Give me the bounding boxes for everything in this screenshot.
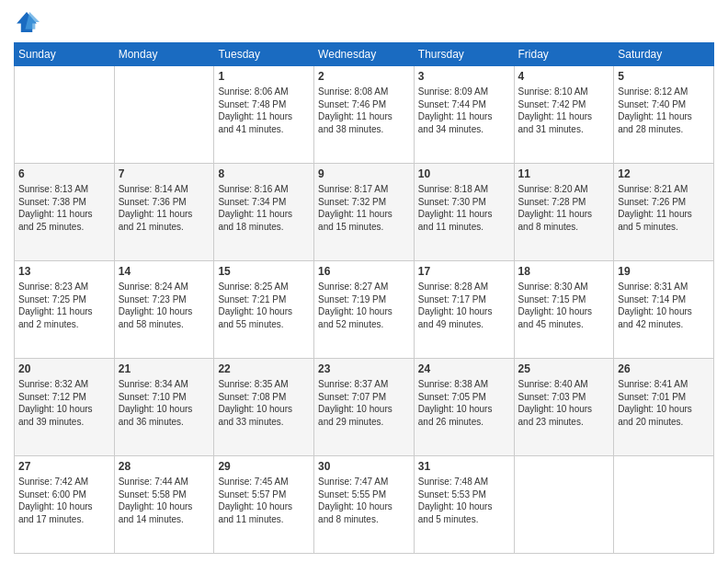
day-number: 19 <box>618 264 710 279</box>
day-number: 13 <box>18 264 110 279</box>
sunrise-text: Sunrise: 8:14 AM <box>119 184 188 194</box>
day-number: 30 <box>318 459 410 474</box>
sunset-text: Sunset: 7:19 PM <box>318 294 386 304</box>
logo <box>14 9 43 35</box>
day-number: 27 <box>18 459 110 474</box>
sunrise-text: Sunrise: 7:48 AM <box>418 477 488 487</box>
sunset-text: Sunset: 6:00 PM <box>18 489 86 500</box>
header <box>14 9 714 35</box>
sunset-text: Sunset: 7:03 PM <box>518 392 586 402</box>
sunrise-text: Sunrise: 8:40 AM <box>518 379 588 389</box>
calendar-cell: 20Sunrise: 8:32 AMSunset: 7:12 PMDayligh… <box>15 359 115 456</box>
sunset-text: Sunset: 7:10 PM <box>119 392 187 402</box>
sunrise-text: Sunrise: 8:27 AM <box>318 282 388 292</box>
calendar-cell: 14Sunrise: 8:24 AMSunset: 7:23 PMDayligh… <box>114 261 214 359</box>
day-number: 1 <box>218 69 310 84</box>
day-number: 22 <box>218 362 310 376</box>
sunrise-text: Sunrise: 7:44 AM <box>119 477 188 487</box>
sunrise-text: Sunrise: 8:10 AM <box>518 86 588 97</box>
daylight-text: Daylight: 10 hours and 45 minutes. <box>518 306 593 329</box>
sunrise-text: Sunrise: 8:21 AM <box>618 184 688 194</box>
day-number: 3 <box>418 69 510 84</box>
calendar-week-row: 13Sunrise: 8:23 AMSunset: 7:25 PMDayligh… <box>15 261 714 359</box>
calendar-cell: 9Sunrise: 8:17 AMSunset: 7:32 PMDaylight… <box>314 164 415 261</box>
sunset-text: Sunset: 7:28 PM <box>518 197 586 207</box>
sunrise-text: Sunrise: 8:35 AM <box>218 379 288 389</box>
daylight-text: Daylight: 10 hours and 26 minutes. <box>418 404 493 427</box>
sunrise-text: Sunrise: 8:12 AM <box>618 86 688 97</box>
day-number: 18 <box>518 264 610 279</box>
sunrise-text: Sunrise: 8:08 AM <box>318 86 388 97</box>
daylight-text: Daylight: 10 hours and 52 minutes. <box>318 306 392 329</box>
calendar-cell: 17Sunrise: 8:28 AMSunset: 7:17 PMDayligh… <box>414 261 514 359</box>
day-number: 6 <box>18 167 110 181</box>
calendar-cell: 23Sunrise: 8:37 AMSunset: 7:07 PMDayligh… <box>314 359 415 456</box>
sunset-text: Sunset: 7:21 PM <box>218 294 286 304</box>
calendar-week-row: 6Sunrise: 8:13 AMSunset: 7:38 PMDaylight… <box>15 164 714 261</box>
day-header-monday: Monday <box>114 43 214 66</box>
day-number: 9 <box>318 167 410 181</box>
calendar-cell: 15Sunrise: 8:25 AMSunset: 7:21 PMDayligh… <box>214 261 314 359</box>
calendar-cell: 28Sunrise: 7:44 AMSunset: 5:58 PMDayligh… <box>114 456 214 554</box>
daylight-text: Daylight: 11 hours and 8 minutes. <box>518 209 593 232</box>
sunrise-text: Sunrise: 8:09 AM <box>418 86 488 97</box>
sunrise-text: Sunrise: 8:38 AM <box>418 379 488 389</box>
calendar-cell <box>114 66 214 164</box>
day-number: 31 <box>418 459 510 474</box>
day-number: 20 <box>18 362 110 376</box>
calendar-cell: 8Sunrise: 8:16 AMSunset: 7:34 PMDaylight… <box>214 164 314 261</box>
day-number: 15 <box>218 264 310 279</box>
calendar-cell: 22Sunrise: 8:35 AMSunset: 7:08 PMDayligh… <box>214 359 314 456</box>
sunset-text: Sunset: 7:07 PM <box>318 392 386 402</box>
daylight-text: Daylight: 11 hours and 28 minutes. <box>618 111 692 134</box>
sunset-text: Sunset: 7:42 PM <box>518 99 586 109</box>
day-number: 14 <box>119 264 210 279</box>
calendar-cell: 5Sunrise: 8:12 AMSunset: 7:40 PMDaylight… <box>614 66 714 164</box>
day-header-thursday: Thursday <box>414 43 514 66</box>
daylight-text: Daylight: 10 hours and 17 minutes. <box>18 501 93 524</box>
sunset-text: Sunset: 7:38 PM <box>18 197 86 207</box>
day-number: 16 <box>318 264 410 279</box>
daylight-text: Daylight: 10 hours and 55 minutes. <box>218 306 292 329</box>
daylight-text: Daylight: 10 hours and 20 minutes. <box>618 404 692 427</box>
calendar-cell: 16Sunrise: 8:27 AMSunset: 7:19 PMDayligh… <box>314 261 415 359</box>
sunset-text: Sunset: 5:57 PM <box>218 489 286 500</box>
sunset-text: Sunset: 5:55 PM <box>318 489 386 500</box>
sunrise-text: Sunrise: 8:16 AM <box>218 184 288 194</box>
logo-icon <box>14 9 40 35</box>
daylight-text: Daylight: 11 hours and 2 minutes. <box>18 306 93 329</box>
day-number: 7 <box>119 167 210 181</box>
calendar-cell: 18Sunrise: 8:30 AMSunset: 7:15 PMDayligh… <box>514 261 614 359</box>
calendar-cell: 7Sunrise: 8:14 AMSunset: 7:36 PMDaylight… <box>114 164 214 261</box>
sunset-text: Sunset: 7:14 PM <box>618 294 686 304</box>
daylight-text: Daylight: 11 hours and 41 minutes. <box>218 111 292 134</box>
daylight-text: Daylight: 11 hours and 31 minutes. <box>518 111 593 134</box>
calendar-cell <box>514 456 614 554</box>
sunrise-text: Sunrise: 8:37 AM <box>318 379 388 389</box>
daylight-text: Daylight: 10 hours and 42 minutes. <box>618 306 692 329</box>
calendar-cell: 27Sunrise: 7:42 AMSunset: 6:00 PMDayligh… <box>15 456 115 554</box>
day-number: 25 <box>518 362 610 376</box>
calendar-cell: 24Sunrise: 8:38 AMSunset: 7:05 PMDayligh… <box>414 359 514 456</box>
sunset-text: Sunset: 7:17 PM <box>418 294 486 304</box>
sunrise-text: Sunrise: 8:24 AM <box>119 282 188 292</box>
daylight-text: Daylight: 10 hours and 5 minutes. <box>418 501 493 524</box>
daylight-text: Daylight: 10 hours and 11 minutes. <box>218 501 292 524</box>
daylight-text: Daylight: 10 hours and 58 minutes. <box>119 306 193 329</box>
daylight-text: Daylight: 10 hours and 33 minutes. <box>218 404 292 427</box>
day-number: 2 <box>318 69 410 84</box>
calendar-cell: 4Sunrise: 8:10 AMSunset: 7:42 PMDaylight… <box>514 66 614 164</box>
day-number: 24 <box>418 362 510 376</box>
day-header-tuesday: Tuesday <box>214 43 314 66</box>
sunset-text: Sunset: 7:40 PM <box>618 99 686 109</box>
day-header-wednesday: Wednesday <box>314 43 415 66</box>
sunrise-text: Sunrise: 8:20 AM <box>518 184 588 194</box>
day-number: 12 <box>618 167 710 181</box>
sunset-text: Sunset: 7:01 PM <box>618 392 686 402</box>
sunset-text: Sunset: 7:46 PM <box>318 99 386 109</box>
sunrise-text: Sunrise: 8:34 AM <box>119 379 188 389</box>
sunrise-text: Sunrise: 8:41 AM <box>618 379 688 389</box>
day-number: 5 <box>618 69 710 84</box>
calendar-cell: 31Sunrise: 7:48 AMSunset: 5:53 PMDayligh… <box>414 456 514 554</box>
sunset-text: Sunset: 7:08 PM <box>218 392 286 402</box>
